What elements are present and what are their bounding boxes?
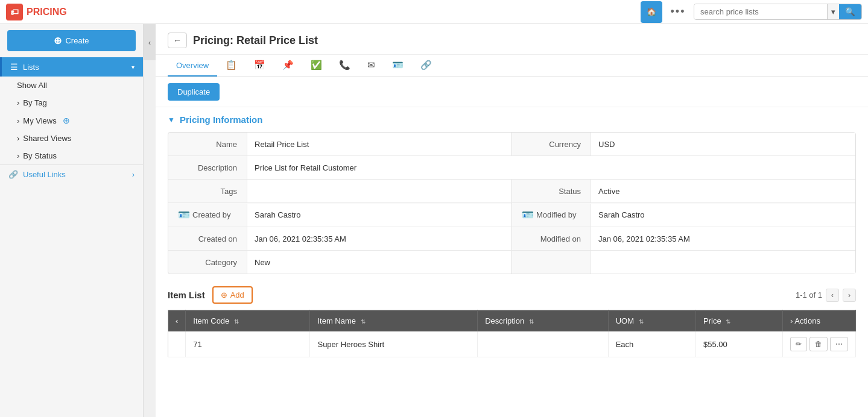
lists-icon: ☰: [10, 62, 18, 72]
form-row-tags-status: Tags Status Active: [168, 180, 855, 203]
col-item-name[interactable]: Item Name ⇅: [310, 310, 478, 332]
phone-icon: 📞: [339, 60, 350, 71]
search-submit-button[interactable]: 🔍: [839, 4, 861, 19]
search-dropdown-button[interactable]: ▾: [827, 4, 839, 19]
sidebar-item-show-all[interactable]: Show All: [0, 77, 143, 94]
row-left-spacer: [168, 331, 186, 357]
table-body: 71 Super Heroes Shirt Each $55.00 ✏ 🗑 ⋯: [168, 331, 856, 357]
useful-links-label: Useful Links: [23, 170, 66, 179]
form-row-created-modified-on: Created on Jan 06, 2021 02:35:35 AM Modi…: [168, 227, 855, 251]
sidebar-item-by-tag[interactable]: › By Tag: [0, 94, 143, 111]
sidebar-item-useful-links[interactable]: 🔗 Useful Links ›: [0, 165, 143, 184]
next-page-button[interactable]: ›: [843, 289, 856, 302]
sidebar-item-lists[interactable]: ☰ Lists ▾: [0, 57, 143, 77]
created-by-icon: 🪪: [178, 209, 190, 221]
tab-link[interactable]: 🔗: [412, 55, 440, 77]
by-status-chevron: ›: [17, 151, 19, 160]
useful-links-chevron: ›: [132, 170, 135, 179]
sidebar-collapse-button[interactable]: ‹: [144, 24, 156, 60]
pricing-section-chevron: ▼: [168, 116, 175, 124]
add-icon: ⊕: [221, 290, 227, 299]
row-description: [478, 331, 608, 357]
col-item-code[interactable]: Item Code ⇅: [186, 310, 310, 332]
tab-notes[interactable]: 📋: [217, 55, 246, 77]
pricing-section-header[interactable]: ▼ Pricing Information: [168, 107, 856, 132]
modified-on-value: Jan 06, 2021 02:35:35 AM: [591, 227, 855, 250]
tab-email[interactable]: ✉: [359, 55, 384, 77]
pagination: 1-1 of 1 ‹ ›: [796, 289, 856, 302]
back-button[interactable]: ←: [168, 33, 187, 48]
dots-icon: •••: [671, 5, 686, 18]
created-by-label: 🪪 Created by: [168, 203, 247, 227]
tab-overview-label: Overview: [176, 61, 209, 70]
calendar-icon: 📅: [254, 60, 265, 71]
row-price: $55.00: [696, 331, 783, 357]
row-more-button[interactable]: ⋯: [830, 337, 848, 351]
page-header: ← Pricing: Retail Price List: [156, 24, 868, 55]
table-row: 71 Super Heroes Shirt Each $55.00 ✏ 🗑 ⋯: [168, 331, 856, 357]
row-item-name: Super Heroes Shirt: [310, 331, 478, 357]
more-options-button[interactable]: •••: [667, 1, 689, 23]
plus-icon: ⊕: [54, 35, 62, 46]
currency-value: USD: [591, 133, 855, 155]
sidebar-item-my-views[interactable]: › My Views ⊕: [0, 111, 143, 130]
prev-page-button[interactable]: ‹: [826, 289, 839, 302]
sort-arrows-item-name: ⇅: [361, 318, 366, 325]
item-list-table: ‹ Item Code ⇅ Item Name ⇅ Description ⇅: [168, 310, 856, 357]
email-icon: ✉: [367, 60, 375, 71]
sidebar-item-shared-views[interactable]: › Shared Views: [0, 130, 143, 147]
col-uom[interactable]: UOM ⇅: [608, 310, 695, 332]
shared-views-label: Shared Views: [23, 134, 71, 143]
tab-pin[interactable]: 📌: [274, 55, 302, 77]
search-input[interactable]: [694, 4, 827, 19]
col-price[interactable]: Price ⇅: [696, 310, 783, 332]
home-button[interactable]: 🏠: [641, 1, 662, 23]
form-cell-tags: Tags: [168, 180, 512, 202]
category-label: Category: [168, 252, 247, 273]
form-row-created-modified-by: 🪪 Created by Sarah Castro 🪪 Modified by …: [168, 203, 855, 227]
col-description[interactable]: Description ⇅: [478, 310, 608, 332]
name-value: Retail Price List: [247, 133, 512, 155]
tags-label: Tags: [168, 181, 247, 202]
tab-overview[interactable]: Overview: [168, 55, 217, 77]
row-edit-button[interactable]: ✏: [790, 337, 807, 351]
pricing-form: Name Retail Price List Currency USD Desc…: [168, 132, 856, 274]
item-list-section: Item List ⊕ Add 1-1 of 1 ‹ › ‹ Item Code: [156, 286, 868, 369]
tab-card[interactable]: 🪪: [384, 55, 412, 77]
form-cell-category-right: [512, 251, 855, 274]
form-row-name-currency: Name Retail Price List Currency USD: [168, 133, 855, 156]
duplicate-button[interactable]: Duplicate: [168, 83, 220, 101]
form-cell-modified-by: 🪪 Modified by Sarah Castro: [512, 203, 855, 227]
create-button[interactable]: ⊕ Create: [7, 30, 136, 51]
my-views-add-icon[interactable]: ⊕: [63, 116, 70, 125]
item-list-title: Item List: [168, 290, 205, 300]
add-item-button[interactable]: ⊕ Add: [212, 286, 253, 304]
modified-by-value: Sarah Castro: [591, 204, 855, 227]
tab-calendar[interactable]: 📅: [246, 55, 274, 77]
tab-check[interactable]: ✅: [302, 55, 331, 77]
form-cell-description: Description Price List for Retail Custom…: [168, 156, 855, 179]
tab-phone[interactable]: 📞: [331, 55, 359, 77]
table-header-row: ‹ Item Code ⇅ Item Name ⇅ Description ⇅: [168, 310, 856, 332]
sidebar-item-lists-label: Lists: [23, 63, 39, 72]
my-views-label: My Views: [23, 116, 56, 125]
app-logo: 🏷 PRICING: [6, 4, 67, 20]
row-item-code: 71: [186, 331, 310, 357]
col-left-arrow: ‹: [168, 310, 186, 332]
name-label: Name: [168, 134, 247, 155]
card-icon: 🪪: [392, 60, 404, 71]
add-label: Add: [230, 290, 244, 299]
form-cell-status: Status Active: [512, 180, 855, 202]
check-icon: ✅: [311, 60, 322, 71]
sidebar-item-by-status[interactable]: › By Status: [0, 147, 143, 165]
sort-arrows-item-code: ⇅: [234, 318, 239, 325]
created-on-label: Created on: [168, 228, 247, 249]
row-uom: Each: [608, 331, 695, 357]
row-action-buttons: ✏ 🗑 ⋯: [790, 337, 848, 351]
sidebar-nav: ☰ Lists ▾ Show All › By Tag › My Views ⊕: [0, 57, 143, 417]
form-row-category: Category New: [168, 251, 855, 274]
row-actions: ✏ 🗑 ⋯: [783, 331, 856, 357]
page-title: Pricing: Retail Price List: [193, 34, 318, 47]
currency-label: Currency: [512, 134, 591, 155]
row-delete-button[interactable]: 🗑: [809, 337, 828, 351]
